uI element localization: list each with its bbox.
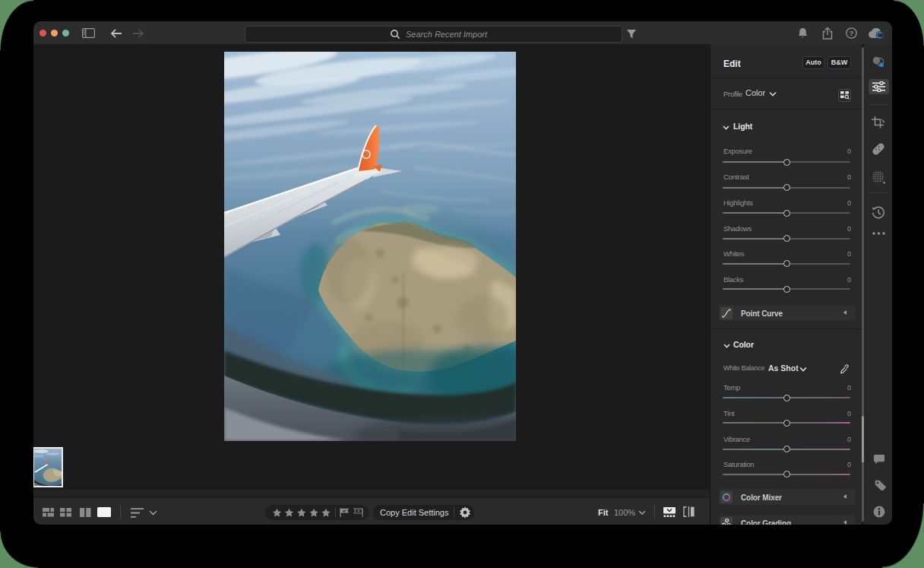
svg-text:?: ? (850, 29, 854, 37)
